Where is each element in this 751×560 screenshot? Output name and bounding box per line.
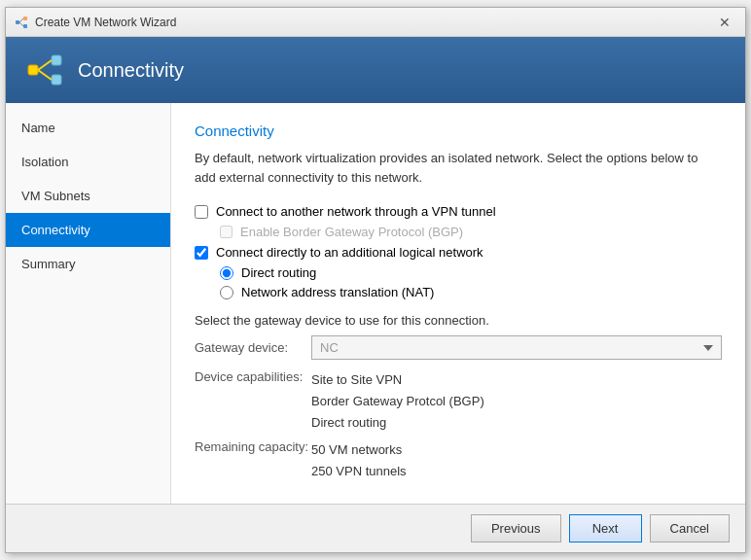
title-bar-text: Create VM Network Wizard [35, 16, 712, 29]
direct-routing-radio[interactable] [220, 266, 233, 280]
rem-value-1: 50 VM networks [311, 439, 407, 461]
svg-line-3 [19, 18, 23, 22]
svg-rect-2 [23, 24, 27, 28]
logical-label: Connect directly to an additional logica… [216, 245, 483, 260]
direct-routing-row: Direct routing [220, 265, 722, 280]
next-button[interactable]: Next [569, 514, 642, 542]
remaining-label: Remaining capacity: [195, 439, 311, 482]
gateway-row: Gateway device: NC [195, 335, 722, 360]
cap-value-2: Border Gateway Protcol (BGP) [311, 391, 484, 412]
sidebar-item-summary[interactable]: Summary [6, 247, 170, 281]
svg-line-4 [19, 22, 23, 26]
cap-value-1: Site to Site VPN [311, 369, 484, 391]
radio-group: Direct routing Network address translati… [220, 265, 722, 299]
network-icon [25, 51, 64, 89]
content-area: Name Isolation VM Subnets Connectivity S… [6, 103, 745, 504]
header-title: Connectivity [78, 59, 184, 82]
gateway-label: Gateway device: [195, 340, 311, 355]
logical-checkbox-row: Connect directly to an additional logica… [195, 245, 722, 260]
rem-value-2: 250 VPN tunnels [311, 461, 407, 482]
svg-rect-6 [52, 55, 61, 65]
cancel-button[interactable]: Cancel [650, 514, 730, 542]
nat-label: Network address translation (NAT) [241, 285, 434, 299]
description: By default, network virtualization provi… [195, 149, 722, 187]
bgp-label: Enable Border Gateway Protocol (BGP) [240, 225, 463, 239]
vpn-label: Connect to another network through a VPN… [216, 204, 496, 219]
nat-row: Network address translation (NAT) [220, 285, 722, 299]
wizard-window: Create VM Network Wizard ✕ Connectivity … [5, 7, 746, 553]
vpn-checkbox-row: Connect to another network through a VPN… [195, 204, 722, 219]
remaining-row: Remaining capacity: 50 VM networks 250 V… [195, 439, 722, 482]
sidebar: Name Isolation VM Subnets Connectivity S… [6, 103, 171, 504]
nat-radio[interactable] [220, 286, 233, 299]
bgp-checkbox[interactable] [220, 226, 232, 238]
close-button[interactable]: ✕ [712, 13, 737, 32]
svg-rect-7 [52, 75, 61, 85]
title-bar: Create VM Network Wizard ✕ [6, 8, 745, 37]
footer: Previous Next Cancel [6, 504, 745, 552]
sidebar-item-isolation[interactable]: Isolation [6, 145, 170, 179]
svg-line-8 [38, 60, 52, 70]
section-title: Connectivity [195, 122, 722, 139]
bgp-checkbox-row: Enable Border Gateway Protocol (BGP) [220, 225, 722, 239]
previous-button[interactable]: Previous [471, 514, 561, 542]
gateway-select[interactable]: NC [311, 335, 722, 360]
title-bar-icon [14, 15, 29, 30]
gateway-prompt: Select the gateway device to use for thi… [195, 313, 722, 328]
svg-rect-5 [28, 65, 38, 75]
svg-line-9 [38, 70, 52, 80]
cap-value-3: Direct routing [311, 412, 484, 434]
header-banner: Connectivity [6, 37, 745, 103]
sidebar-item-connectivity[interactable]: Connectivity [6, 213, 170, 247]
svg-rect-0 [16, 20, 19, 24]
direct-routing-label: Direct routing [241, 265, 316, 280]
capabilities-row: Device capabilities: Site to Site VPN Bo… [195, 369, 722, 434]
gateway-section: Select the gateway device to use for thi… [195, 313, 722, 482]
remaining-values: 50 VM networks 250 VPN tunnels [311, 439, 407, 482]
sidebar-item-name[interactable]: Name [6, 111, 170, 145]
sidebar-item-vm-subnets[interactable]: VM Subnets [6, 179, 170, 213]
svg-rect-1 [23, 17, 27, 20]
vpn-checkbox[interactable] [195, 205, 208, 219]
capabilities-label: Device capabilities: [195, 369, 311, 434]
logical-checkbox[interactable] [195, 246, 208, 260]
main-content: Connectivity By default, network virtual… [171, 103, 745, 504]
capabilities-values: Site to Site VPN Border Gateway Protcol … [311, 369, 484, 434]
